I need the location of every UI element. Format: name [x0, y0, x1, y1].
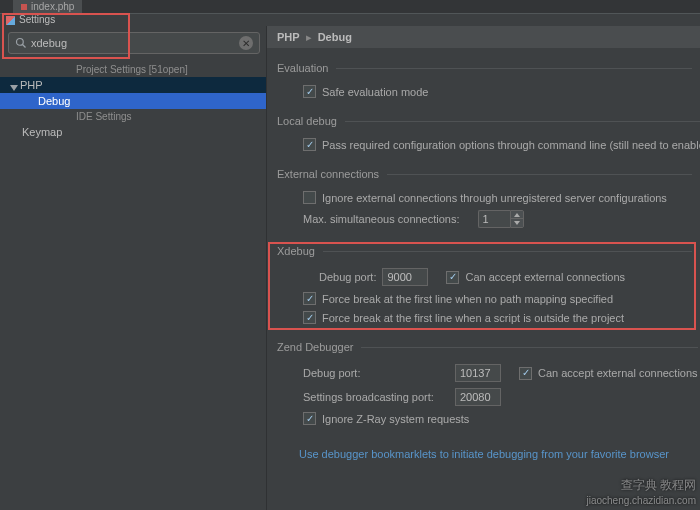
group-evaluation: Evaluation Safe evaluation mode: [277, 62, 692, 101]
checkbox-pass-config[interactable]: [303, 138, 316, 151]
checkbox-zend-zray[interactable]: [303, 412, 316, 425]
step-up-icon[interactable]: [511, 211, 523, 219]
label-pass-config: Pass required configuration options thro…: [322, 139, 700, 151]
clear-search-icon[interactable]: ✕: [239, 36, 253, 50]
search-box[interactable]: ✕: [8, 32, 260, 54]
category-project: Project Settings [51open]: [0, 62, 266, 77]
tree-node-php[interactable]: PHP: [0, 77, 266, 93]
group-legend: Zend Debugger: [277, 341, 361, 353]
label-safe-eval: Safe evaluation mode: [322, 86, 428, 98]
settings-title-bar: Settings: [0, 13, 700, 26]
label-zend-bcport: Settings broadcasting port:: [303, 391, 449, 403]
label-xdebug-port: Debug port:: [319, 271, 376, 283]
svg-line-1: [23, 45, 26, 48]
xdebug-port-input[interactable]: 9000: [382, 268, 428, 286]
checkbox-ignore-external[interactable]: [303, 191, 316, 204]
php-file-icon: [21, 4, 27, 10]
settings-title: Settings: [19, 14, 55, 26]
editor-tab-label: index.php: [31, 1, 74, 13]
group-legend: Xdebug: [277, 245, 323, 257]
checkbox-xdebug-accept[interactable]: [446, 271, 459, 284]
label-zend-accept: Can accept external connections: [538, 367, 698, 379]
tree-label: Debug: [38, 95, 70, 107]
settings-content: Evaluation Safe evaluation mode Local de…: [267, 48, 700, 510]
group-zend-debugger: Zend Debugger Debug port: 10137 Can acce…: [277, 341, 698, 428]
editor-tab-strip: index.php: [0, 0, 700, 13]
editor-tab-index[interactable]: index.php: [13, 0, 82, 13]
group-legend: Local debug: [277, 115, 345, 127]
group-legend: Evaluation: [277, 62, 336, 74]
checkbox-safe-eval[interactable]: [303, 85, 316, 98]
tree-label: Keymap: [22, 126, 62, 138]
group-legend: External connections: [277, 168, 387, 180]
checkbox-break-outside[interactable]: [303, 311, 316, 324]
search-icon: [15, 37, 27, 49]
zend-port-input[interactable]: 10137: [455, 364, 501, 382]
category-ide: IDE Settings: [0, 109, 266, 124]
tree-node-debug[interactable]: Debug: [0, 93, 266, 109]
expand-icon[interactable]: [10, 81, 18, 89]
breadcrumb: PHP ▸ Debug: [267, 26, 700, 48]
settings-sidebar: ✕ Project Settings [51open] PHP Debug ID…: [0, 26, 266, 510]
crumb-debug: Debug: [318, 31, 352, 43]
bookmarklets-link[interactable]: Use debugger bookmarklets to initiate de…: [273, 448, 669, 460]
crumb-php: PHP: [277, 31, 300, 43]
max-connections-stepper[interactable]: 1: [478, 210, 524, 228]
settings-tree: Project Settings [51open] PHP Debug IDE …: [0, 60, 266, 510]
checkbox-zend-accept[interactable]: [519, 367, 532, 380]
label-break-nomap: Force break at the first line when no pa…: [322, 293, 613, 305]
chevron-right-icon: ▸: [306, 31, 312, 44]
label-xdebug-accept: Can accept external connections: [465, 271, 625, 283]
label-break-outside: Force break at the first line when a scr…: [322, 312, 624, 324]
label-max-conn: Max. simultaneous connections:: [303, 213, 460, 225]
max-conn-value[interactable]: 1: [478, 210, 510, 228]
label-ignore-external: Ignore external connections through unre…: [322, 192, 667, 204]
tree-node-keymap[interactable]: Keymap: [0, 124, 266, 140]
tree-label: PHP: [20, 79, 43, 91]
label-zend-zray: Ignore Z-Ray system requests: [322, 413, 469, 425]
settings-icon: [6, 16, 15, 25]
search-input[interactable]: [31, 37, 235, 49]
checkbox-break-nomap[interactable]: [303, 292, 316, 305]
group-xdebug: Xdebug Debug port: 9000 Can accept exter…: [277, 245, 692, 327]
step-down-icon[interactable]: [511, 219, 523, 227]
zend-bcport-input[interactable]: 20080: [455, 388, 501, 406]
group-local-debug: Local debug Pass required configuration …: [277, 115, 700, 154]
label-zend-port: Debug port:: [303, 367, 449, 379]
group-external-connections: External connections Ignore external con…: [277, 168, 692, 231]
svg-point-0: [17, 39, 24, 46]
